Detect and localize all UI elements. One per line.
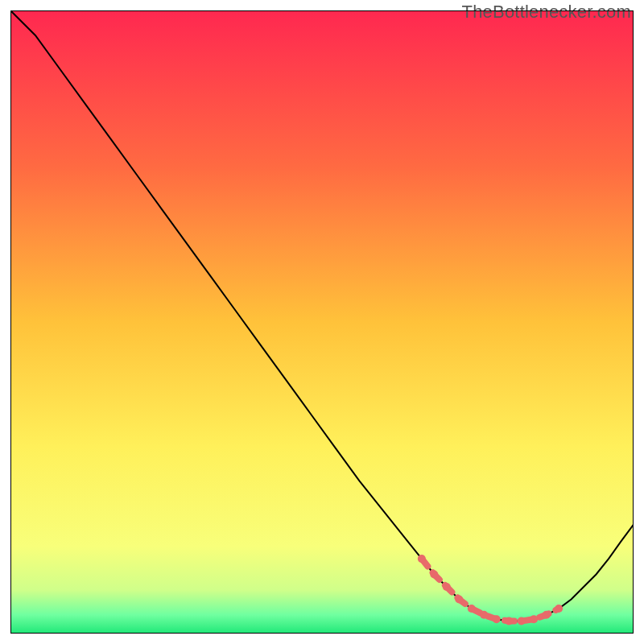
optimal-range-markers (418, 555, 563, 625)
optimal-point (543, 611, 551, 619)
bottleneck-chart: TheBottlenecker.com (0, 0, 644, 644)
optimal-point (418, 555, 426, 563)
optimal-point (530, 615, 538, 623)
optimal-point (505, 617, 513, 625)
watermark-text: TheBottlenecker.com (462, 2, 631, 23)
optimal-point (430, 570, 438, 578)
optimal-point (455, 595, 463, 603)
plot-area (10, 10, 634, 634)
optimal-point (468, 605, 476, 613)
optimal-point (555, 605, 563, 613)
optimal-range-dash (422, 559, 559, 621)
chart-lines (10, 10, 634, 634)
optimal-point (443, 583, 451, 591)
optimal-point (518, 617, 526, 625)
bottleneck-curve (10, 10, 634, 621)
optimal-point (493, 615, 501, 623)
optimal-point (480, 611, 488, 619)
